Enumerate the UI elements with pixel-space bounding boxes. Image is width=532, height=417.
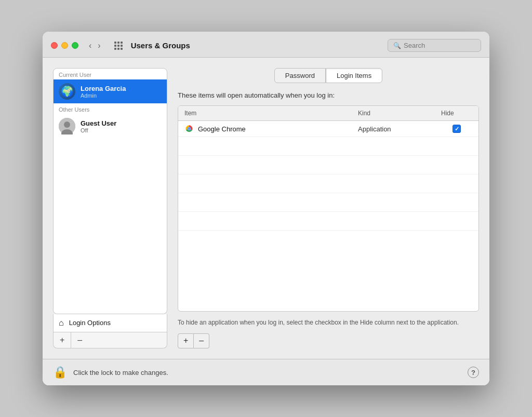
- lock-icon[interactable]: 🔒: [53, 366, 67, 379]
- empty-row-4: [178, 193, 478, 212]
- sidebar-item-lorena[interactable]: Lorena Garcia Admin: [54, 79, 167, 103]
- user-info-lorena: Lorena Garcia Admin: [81, 85, 126, 99]
- empty-row-1: [178, 137, 478, 156]
- col-hide: Hide: [441, 108, 472, 118]
- item-name-chrome: Google Chrome: [184, 124, 358, 133]
- panel-description: These items will open automatically when…: [178, 91, 479, 99]
- bottom-bar: 🔒 Click the lock to make changes. ?: [43, 359, 489, 385]
- avatar-lorena: [59, 83, 75, 100]
- tabs: Password Login Items: [178, 68, 479, 83]
- forward-button[interactable]: ›: [96, 41, 102, 51]
- search-box[interactable]: 🔍: [388, 39, 481, 52]
- table-header: Item Kind Hide: [178, 106, 478, 121]
- empty-row-3: [178, 174, 478, 193]
- minimize-button[interactable]: [61, 42, 68, 49]
- items-table: Item Kind Hide: [178, 105, 479, 312]
- tab-login-items[interactable]: Login Items: [326, 68, 382, 83]
- avatar-guest: [59, 118, 75, 134]
- col-kind: Kind: [358, 108, 441, 118]
- grid-icon[interactable]: [114, 42, 123, 50]
- home-icon: ⌂: [59, 318, 64, 328]
- window-title: Users & Groups: [131, 41, 382, 50]
- main-window: ‹ › Users & Groups 🔍 Current User: [43, 32, 489, 385]
- guest-avatar-icon: [59, 118, 75, 134]
- login-options-label: Login Options: [69, 319, 111, 327]
- login-options-button[interactable]: ⌂ Login Options: [53, 314, 167, 332]
- close-button[interactable]: [51, 42, 58, 49]
- svg-point-1: [64, 122, 70, 128]
- lock-text: Click the lock to make changes.: [73, 369, 461, 376]
- chrome-icon: [184, 124, 194, 133]
- nav-buttons: ‹ ›: [87, 41, 103, 51]
- hide-checkbox-chrome[interactable]: [453, 125, 461, 133]
- remove-item-button[interactable]: –: [194, 333, 209, 348]
- maximize-button[interactable]: [72, 42, 78, 49]
- current-user-label: Current User: [54, 69, 167, 79]
- user-role-guest: Off: [81, 127, 116, 133]
- col-item: Item: [184, 108, 358, 118]
- user-info-guest: Guest User Off: [81, 119, 116, 133]
- item-hide-chrome: [441, 125, 472, 133]
- svg-point-7: [188, 128, 190, 130]
- empty-row-5: [178, 212, 478, 231]
- user-name-guest: Guest User: [81, 119, 116, 127]
- chrome-name: Google Chrome: [198, 125, 246, 133]
- sidebar-item-guest[interactable]: Guest User Off: [54, 114, 167, 138]
- search-icon: 🔍: [393, 42, 401, 49]
- titlebar: ‹ › Users & Groups 🔍: [43, 32, 489, 58]
- table-row: Google Chrome Application: [178, 121, 478, 137]
- content-area: Current User Lorena Garcia Admin Other U…: [43, 58, 489, 359]
- add-remove-buttons: + –: [178, 333, 479, 348]
- user-list: Current User Lorena Garcia Admin Other U…: [53, 68, 167, 314]
- user-name-lorena: Lorena Garcia: [81, 85, 126, 92]
- help-button[interactable]: ?: [468, 367, 479, 378]
- other-users-label: Other Users: [54, 103, 167, 114]
- add-user-button[interactable]: +: [54, 332, 71, 348]
- sidebar: Current User Lorena Garcia Admin Other U…: [53, 68, 167, 348]
- sidebar-controls: + –: [53, 332, 167, 348]
- tab-password[interactable]: Password: [274, 68, 326, 83]
- login-items-panel: These items will open automatically when…: [178, 91, 479, 348]
- empty-row-2: [178, 156, 478, 174]
- add-item-button[interactable]: +: [178, 333, 194, 348]
- traffic-lights: [51, 42, 78, 49]
- user-role-lorena: Admin: [81, 92, 126, 99]
- back-button[interactable]: ‹: [87, 41, 94, 51]
- search-input[interactable]: [404, 42, 475, 49]
- main-panel: Password Login Items These items will op…: [178, 68, 479, 348]
- hint-text: To hide an application when you log in, …: [178, 318, 479, 327]
- item-kind-chrome: Application: [358, 125, 441, 133]
- remove-user-button[interactable]: –: [71, 332, 88, 348]
